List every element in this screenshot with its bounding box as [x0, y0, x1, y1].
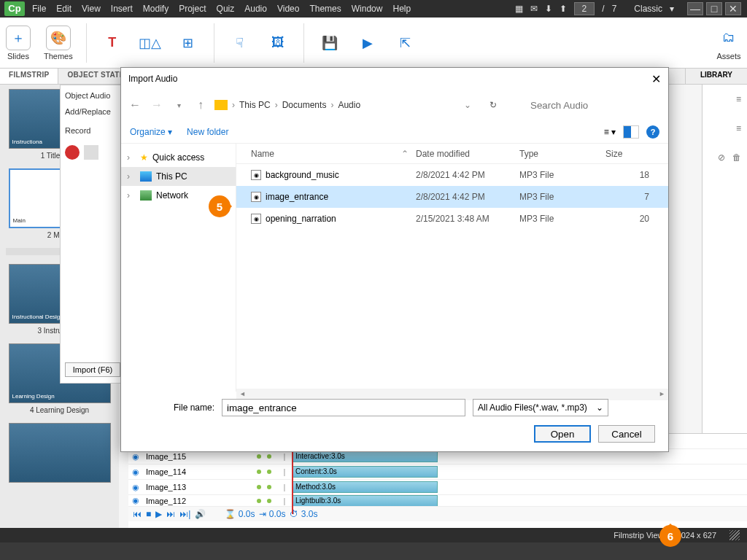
- menu-file[interactable]: File: [32, 4, 46, 14]
- breadcrumb[interactable]: › This PC› Documents› Audio ⌄: [214, 100, 477, 110]
- stop-icon[interactable]: ■: [146, 509, 151, 519]
- file-date: 2/8/2021 4:42 PM: [416, 170, 519, 180]
- dialog-close-button[interactable]: ✕: [651, 72, 661, 86]
- preview-pane-icon[interactable]: [623, 125, 639, 139]
- crumb-item[interactable]: This PC: [239, 100, 271, 110]
- menu-view[interactable]: View: [82, 4, 101, 14]
- thumb-caption: Main: [13, 217, 26, 224]
- record-button[interactable]: [65, 145, 80, 160]
- menu-quiz[interactable]: Quiz: [217, 4, 235, 14]
- down-icon[interactable]: ⬇: [545, 4, 552, 14]
- file-date: 2/8/2021 4:42 PM: [416, 192, 519, 202]
- menu-video[interactable]: Video: [277, 4, 299, 14]
- nav-forward-icon[interactable]: →: [149, 98, 165, 112]
- list-icon[interactable]: ≡: [736, 94, 741, 104]
- workspace-mode[interactable]: Classic: [634, 4, 662, 14]
- audio-icon[interactable]: 🔊: [195, 509, 206, 519]
- tool-slides[interactable]: ＋Slides: [6, 26, 31, 61]
- open-button[interactable]: Open: [534, 425, 591, 443]
- tool-text[interactable]: T: [100, 31, 125, 55]
- timeline-row[interactable]: ◉Image_112|Lightbulb:3.0s: [128, 495, 747, 507]
- audio-record: Record: [65, 126, 117, 135]
- menu-themes[interactable]: Themes: [309, 4, 341, 14]
- help-icon[interactable]: ?: [646, 125, 659, 139]
- organize-button[interactable]: Organize ▾: [130, 127, 172, 137]
- tab-filmstrip[interactable]: FILMSTRIP: [0, 69, 58, 84]
- timeline-bar[interactable]: Interactive:3.0s: [292, 451, 438, 462]
- resize-grip[interactable]: [729, 530, 740, 540]
- file-list-header[interactable]: Name Date modified Type Size: [236, 144, 668, 164]
- nav-back-icon[interactable]: ←: [127, 98, 143, 112]
- col-name[interactable]: Name: [236, 149, 416, 159]
- timeline-bar[interactable]: Method:3.0s: [292, 481, 438, 493]
- search-input[interactable]: [510, 95, 656, 115]
- up-icon[interactable]: ⬆: [560, 4, 567, 14]
- minimize-button[interactable]: —: [687, 2, 703, 15]
- tool-preview[interactable]: ▶: [355, 31, 380, 55]
- menu-window[interactable]: Window: [352, 4, 383, 14]
- page-current[interactable]: 2: [574, 2, 595, 15]
- timeline-bar[interactable]: Content:3.0s: [292, 466, 438, 478]
- timeline-row[interactable]: ◉Image_113|Method:3.0s: [128, 480, 747, 495]
- file-list: Name Date modified Type Size ◉background…: [236, 144, 668, 392]
- timeline-row[interactable]: ◉Image_114|Content:3.0s: [128, 464, 747, 480]
- end-icon[interactable]: ⏭|: [179, 509, 190, 519]
- maximize-button[interactable]: □: [706, 2, 722, 15]
- tool-objects[interactable]: ⊞: [176, 31, 201, 55]
- menu-help[interactable]: Help: [392, 4, 411, 14]
- file-row[interactable]: ◉image_entrance 2/8/2021 4:42 PM MP3 Fil…: [236, 186, 668, 208]
- crumb-item[interactable]: Audio: [338, 100, 360, 110]
- filename-input[interactable]: [222, 399, 465, 416]
- refresh-icon[interactable]: ↻: [483, 100, 503, 110]
- visibility-icon[interactable]: ◉: [128, 452, 143, 462]
- file-row[interactable]: ◉opening_narration 2/15/2021 3:48 AM MP3…: [236, 208, 668, 230]
- list-icon[interactable]: ≡: [736, 123, 741, 133]
- audio-add-replace[interactable]: Add/Replace: [65, 107, 117, 116]
- menu-audio[interactable]: Audio: [244, 4, 267, 14]
- chevron-down-icon[interactable]: ⌄: [464, 100, 471, 110]
- tree-this-pc[interactable]: ›This PC: [121, 167, 236, 186]
- tool-publish[interactable]: ⇱: [393, 31, 418, 55]
- menu-edit[interactable]: Edit: [56, 4, 71, 14]
- tool-save[interactable]: 💾: [317, 31, 342, 55]
- file-row[interactable]: ◉background_music 2/8/2021 4:42 PM MP3 F…: [236, 164, 668, 186]
- tab-library[interactable]: LIBRARY: [685, 69, 747, 84]
- col-size[interactable]: Size: [605, 149, 649, 159]
- menu-modify[interactable]: Modify: [143, 4, 169, 14]
- tree-quick-access[interactable]: ›★Quick access: [121, 148, 236, 167]
- tool-assets[interactable]: 🗂Assets: [716, 26, 741, 61]
- visibility-icon[interactable]: ◉: [128, 496, 143, 505]
- forward-icon[interactable]: ⏭: [166, 509, 175, 519]
- import-button[interactable]: Import (F6): [65, 362, 120, 377]
- cancel-icon[interactable]: ⊘: [718, 152, 725, 163]
- status-bar: Filmstrip View 1024 x 627: [0, 528, 747, 542]
- menu-project[interactable]: Project: [179, 4, 206, 14]
- crumb-item[interactable]: Documents: [282, 100, 327, 110]
- tool-interaction[interactable]: ☟: [228, 31, 252, 55]
- chevron-down-icon: ⌄: [596, 402, 603, 413]
- mail-icon[interactable]: ✉: [530, 4, 538, 14]
- rewind-icon[interactable]: ⏮: [133, 509, 142, 519]
- visibility-icon[interactable]: ◉: [128, 483, 143, 492]
- close-button[interactable]: ✕: [725, 2, 741, 15]
- slide-thumb[interactable]: [0, 419, 119, 490]
- nav-up-icon[interactable]: ↑: [193, 98, 209, 112]
- play-icon[interactable]: ▶: [155, 509, 162, 519]
- timeline-bar[interactable]: Lightbulb:3.0s: [292, 495, 438, 507]
- visibility-icon[interactable]: ◉: [128, 467, 143, 477]
- view-menu-icon[interactable]: ≡ ▾: [604, 127, 616, 137]
- col-date[interactable]: Date modified: [416, 149, 519, 159]
- new-folder-button[interactable]: New folder: [187, 127, 228, 137]
- dropdown-icon[interactable]: ▾: [670, 4, 674, 14]
- menu-insert[interactable]: Insert: [111, 4, 133, 14]
- tool-themes[interactable]: 🎨Themes: [44, 26, 73, 61]
- stop-button[interactable]: [84, 145, 98, 160]
- nav-dropdown-icon[interactable]: ▾: [171, 101, 187, 109]
- tool-shapes[interactable]: ◫△: [138, 31, 163, 55]
- cancel-button[interactable]: Cancel: [598, 425, 655, 443]
- col-type[interactable]: Type: [519, 149, 605, 159]
- file-filter-combo[interactable]: All Audio Files(*.wav, *.mp3)⌄: [473, 399, 608, 416]
- trash-icon[interactable]: 🗑: [732, 152, 741, 163]
- tool-media[interactable]: 🖼: [266, 31, 290, 55]
- layout-icon[interactable]: ▦: [515, 4, 523, 14]
